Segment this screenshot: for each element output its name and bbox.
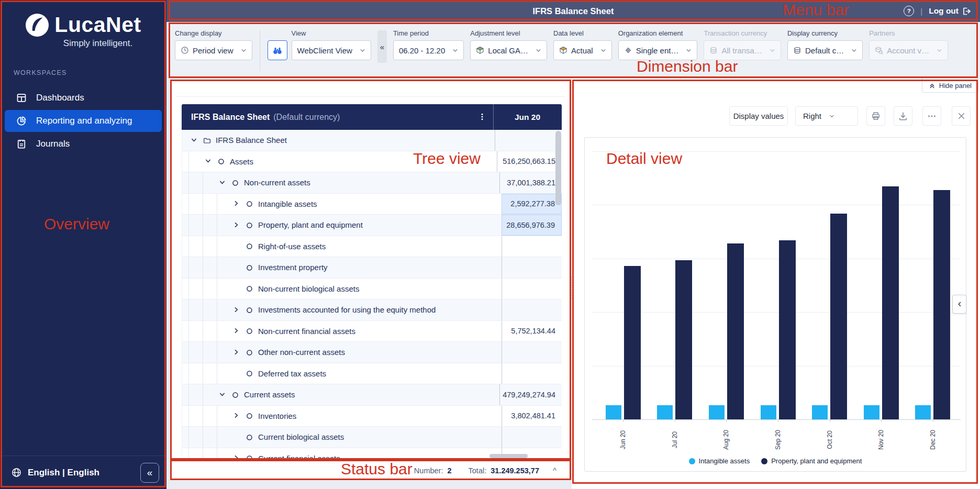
tree-name-cell[interactable]: Investments accounted for using the equi…	[182, 299, 502, 320]
table-row[interactable]: Current biological assets	[182, 427, 562, 448]
chevron-right-icon[interactable]	[233, 200, 240, 207]
table-row[interactable]: Deferred tax assets	[182, 363, 562, 385]
table-row[interactable]: Assets516,250,663.15	[182, 151, 562, 173]
chevron-right-icon[interactable]	[233, 412, 240, 419]
table-row[interactable]: Intangible assets2,592,277.38	[182, 194, 562, 215]
logout-button[interactable]: Log out	[929, 6, 972, 16]
expand-left-button[interactable]	[952, 295, 966, 314]
legend-item[interactable]: Property, plant and equipment	[761, 457, 862, 465]
more-options-button[interactable]	[922, 106, 941, 126]
value-cell-jun20[interactable]	[502, 363, 562, 384]
value-cell-jun20[interactable]	[502, 257, 562, 278]
table-row[interactable]: Investment property	[182, 257, 562, 279]
chevron-down-icon[interactable]	[205, 158, 212, 165]
data-level-dropdown[interactable]: Actual	[553, 40, 612, 60]
bar-property-plant-and-equipment[interactable]	[675, 260, 692, 419]
sidebar-collapse-button[interactable]: «	[140, 463, 159, 483]
bar-intangible-assets[interactable]	[812, 405, 828, 419]
sidebar-item-journals[interactable]: Journals	[5, 133, 162, 155]
value-cell-jun20[interactable]	[502, 279, 562, 299]
vertical-scrollbar[interactable]	[555, 131, 561, 205]
value-cell-jun20[interactable]: 3,802,481.41	[502, 406, 562, 427]
table-row[interactable]: Right-of-use assets	[182, 236, 562, 258]
bar-intangible-assets[interactable]	[864, 405, 879, 419]
tree-name-cell[interactable]: Inventories	[182, 406, 502, 427]
organization-element-dropdown[interactable]: Single ent…	[618, 40, 698, 60]
value-cell-jun20[interactable]	[502, 299, 562, 320]
change-display-dropdown[interactable]: Period view	[175, 40, 252, 60]
value-cell-jun20[interactable]: 5,752,134.44	[502, 321, 562, 342]
tree-name-cell[interactable]: Right-of-use assets	[182, 236, 502, 257]
legend-item[interactable]: Intangible assets	[689, 457, 750, 465]
tree-name-cell[interactable]: Non-current financial assets	[182, 321, 502, 342]
value-cell-jun20[interactable]: 516,250,663.15	[497, 151, 562, 172]
display-currency-dropdown[interactable]: Default c…	[787, 40, 863, 60]
help-icon[interactable]: ?	[904, 6, 914, 16]
value-cell-jun20[interactable]: 2,592,277.38	[502, 194, 562, 215]
chevron-right-icon[interactable]	[233, 306, 240, 314]
sidebar-item-reporting-and-analyzing[interactable]: Reporting and analyzing	[5, 110, 162, 132]
tree-name-cell[interactable]: IFRS Balance Sheet	[182, 130, 495, 151]
tree-name-cell[interactable]: Property, plant and equipment	[182, 215, 502, 236]
bar-intangible-assets[interactable]	[657, 405, 673, 419]
tree-name-cell[interactable]: Non-current assets	[182, 172, 499, 193]
tree-name-cell[interactable]: Deferred tax assets	[182, 363, 502, 384]
panel-resize-handle[interactable]	[570, 276, 575, 300]
bar-property-plant-and-equipment[interactable]	[882, 186, 899, 419]
tree-name-cell[interactable]: Non-current biological assets	[182, 279, 502, 299]
legend-position-dropdown[interactable]: Right	[795, 106, 858, 126]
bar-intangible-assets[interactable]	[606, 405, 621, 419]
dimension-bar-collapse-button[interactable]: «	[377, 30, 387, 63]
bar-intangible-assets[interactable]	[915, 405, 931, 419]
display-values-button[interactable]: Display values	[729, 106, 788, 126]
time-period-dropdown[interactable]: 06.20 - 12.20	[393, 40, 464, 60]
tree-name-cell[interactable]: Current assets	[182, 384, 499, 405]
value-cell-jun20[interactable]: 479,249,274.94	[499, 384, 562, 405]
value-cell-jun20[interactable]	[495, 130, 562, 151]
table-row[interactable]: Non-current biological assets	[182, 279, 562, 300]
chevron-right-icon[interactable]	[233, 454, 240, 460]
chevron-down-icon[interactable]	[219, 179, 226, 186]
bar-intangible-assets[interactable]	[709, 405, 725, 419]
tree-name-cell[interactable]: Current financial assets	[182, 448, 502, 460]
table-row[interactable]: Non-current financial assets5,752,134.44	[182, 321, 562, 342]
value-cell-jun20[interactable]: 28,656,976.39	[502, 215, 562, 236]
adjustment-level-dropdown[interactable]: Local GA…	[470, 40, 547, 60]
sidebar-item-dashboards[interactable]: Dashboards	[5, 87, 162, 109]
table-row[interactable]: Current assets479,249,274.94	[182, 384, 562, 406]
value-cell-jun20[interactable]	[502, 427, 562, 448]
bar-intangible-assets[interactable]	[761, 405, 776, 419]
tree-name-cell[interactable]: Intangible assets	[182, 194, 502, 215]
tree-name-cell[interactable]: Other non-current assets	[182, 342, 502, 363]
binoculars-button[interactable]	[268, 40, 287, 60]
chevron-right-icon[interactable]	[233, 327, 240, 335]
table-row[interactable]: Other non-current assets	[182, 342, 562, 363]
table-row[interactable]: Non-current assets37,001,388.21	[182, 172, 562, 194]
chevron-down-icon[interactable]	[219, 391, 226, 398]
value-cell-jun20[interactable]	[502, 342, 562, 363]
chevron-down-icon[interactable]	[191, 137, 198, 144]
value-cell-jun20[interactable]	[502, 236, 562, 257]
print-button[interactable]	[866, 106, 885, 126]
table-row[interactable]: Inventories3,802,481.41	[182, 406, 562, 427]
hide-panel-button[interactable]: Hide panel	[922, 79, 978, 93]
chevron-right-icon[interactable]	[233, 349, 240, 356]
kebab-menu-icon[interactable]	[476, 110, 488, 123]
download-button[interactable]	[894, 106, 912, 126]
bar-property-plant-and-equipment[interactable]	[727, 243, 744, 419]
column-header-jun20[interactable]: Jun 20	[493, 104, 562, 130]
table-row[interactable]: Investments accounted for using the equi…	[182, 299, 562, 321]
status-collapse-caret[interactable]: ^	[553, 466, 556, 475]
bar-property-plant-and-equipment[interactable]	[933, 190, 950, 419]
language-switcher[interactable]: English | English	[12, 468, 99, 478]
table-row[interactable]: Property, plant and equipment28,656,976.…	[182, 215, 562, 236]
bar-property-plant-and-equipment[interactable]	[830, 214, 847, 419]
tree-name-cell[interactable]: Assets	[182, 151, 497, 172]
bar-property-plant-and-equipment[interactable]	[779, 240, 796, 419]
chevron-right-icon[interactable]	[233, 221, 240, 229]
view-dropdown[interactable]: WebClient View	[292, 40, 371, 60]
close-icon[interactable]	[952, 106, 971, 126]
tree-name-cell[interactable]: Investment property	[182, 257, 502, 278]
horizontal-scrollbar[interactable]	[489, 454, 528, 458]
tree-name-cell[interactable]: Current biological assets	[182, 427, 502, 448]
